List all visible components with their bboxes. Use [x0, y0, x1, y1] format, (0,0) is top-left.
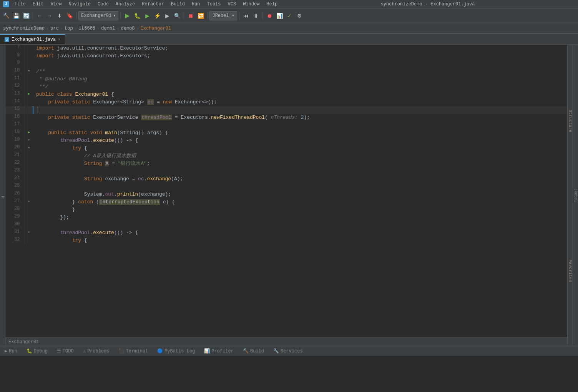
breadcrumb-demo8[interactable]: demo8 — [121, 26, 135, 31]
project-sidebar[interactable]: P — [0, 45, 5, 346]
fold-icon[interactable]: ▾ — [28, 230, 30, 234]
line-code[interactable]: threadPool.execute(() -> { — [33, 229, 567, 237]
menu-tools[interactable]: Tools — [204, 0, 224, 8]
line-code[interactable]: // A录入银行流水数据 — [33, 152, 567, 160]
bottom-tab-todo[interactable]: ☰ TODO — [52, 346, 78, 356]
structure-sidebar[interactable]: Structure — [567, 45, 573, 196]
run-coverage-btn[interactable]: ▶ — [143, 11, 152, 20]
project-label[interactable]: P — [0, 196, 5, 199]
menu-refactor[interactable]: Refactor — [139, 0, 167, 8]
breadcrumb-src[interactable]: src — [50, 26, 59, 31]
line-code[interactable]: threadPool.execute(() -> { — [33, 137, 567, 145]
breadcrumb-exchanger01[interactable]: Exchanger01 — [141, 26, 171, 31]
code-content[interactable]: 7 import java.util.concurrent.ExecutorSe… — [5, 45, 567, 337]
run-button[interactable]: ▶ — [123, 11, 132, 20]
bottom-tab-services[interactable]: 🔧 Services — [269, 346, 307, 356]
toolbar-history-btn[interactable]: ⬇ — [55, 11, 64, 20]
toolbar-back-btn[interactable]: ← — [35, 11, 44, 20]
line-code[interactable]: String A = "银行流水A"; — [33, 160, 567, 168]
toolbar-search-btn[interactable]: 🔍 — [173, 11, 182, 20]
line-code[interactable] — [33, 168, 567, 175]
line-code[interactable] — [33, 183, 567, 191]
line-code[interactable]: try { — [33, 145, 567, 152]
menu-run[interactable]: Run — [189, 0, 203, 8]
fold-icon[interactable]: ▾ — [28, 199, 30, 204]
debug-button[interactable]: 🐛 — [133, 11, 142, 20]
line-code[interactable] — [33, 121, 567, 129]
jrebel-sidebar[interactable]: JRebel — [573, 45, 578, 346]
breadcrumb-project[interactable]: synchronizeDemo — [3, 26, 45, 31]
toolbar-more-btn[interactable]: ▶ — [163, 11, 172, 20]
menu-code[interactable]: Code — [95, 0, 112, 8]
toolbar-suspend-btn[interactable]: ⏸ — [251, 11, 261, 20]
jrebel-dropdown[interactable]: JRebel ▾ — [209, 11, 237, 20]
line-code[interactable]: System.out.println(exchange); — [33, 191, 567, 198]
bottom-tab-mybatis[interactable]: 🔵 MyBatis Log — [153, 346, 199, 356]
line-code[interactable]: } — [33, 206, 567, 214]
toolbar-save-btn[interactable]: 💾 — [12, 11, 21, 20]
line-code[interactable]: │ — [33, 106, 567, 114]
terminal-tab-icon: ⬛ — [119, 348, 125, 354]
toolbar-stop-btn[interactable]: ⏹ — [186, 11, 195, 20]
bottom-tab-problems[interactable]: ⚠ Problems — [78, 346, 114, 356]
menu-navigate[interactable]: Navigate — [65, 0, 94, 8]
menu-edit[interactable]: Edit — [30, 0, 47, 8]
breadcrumb-top[interactable]: top — [65, 26, 73, 31]
run-icon[interactable]: ▶ — [28, 92, 30, 96]
table-row: 16 private static ExecutorService thread… — [5, 114, 567, 121]
run-icon[interactable]: ▶ — [28, 130, 30, 135]
fold-icon[interactable]: ▾ — [28, 69, 30, 73]
bottom-tab-terminal[interactable]: ⬛ Terminal — [114, 346, 153, 356]
menu-window[interactable]: Window — [240, 0, 262, 8]
toolbar-record-btn[interactable]: ⏺ — [265, 11, 274, 20]
toolbar-check-btn[interactable]: ✓ — [285, 11, 294, 20]
line-code[interactable]: import java.util.concurrent.Executors; — [33, 52, 567, 60]
line-code[interactable]: } catch (InterruptedException e) { — [33, 198, 567, 206]
favorites-sidebar[interactable]: Favorites — [567, 196, 573, 346]
line-code[interactable]: **/ — [33, 83, 567, 91]
toolbar-sync-btn[interactable]: 🔄 — [22, 11, 31, 20]
jrebel-label[interactable]: JRebel — [573, 188, 578, 202]
bottom-tab-profiler[interactable]: 📊 Profiler — [199, 346, 238, 356]
line-code[interactable]: * @author BNTang — [33, 75, 567, 83]
line-code[interactable] — [33, 221, 567, 229]
bottom-tab-debug[interactable]: 🐛 Debug — [22, 346, 52, 356]
line-code[interactable]: private static ExecutorService threadPoo… — [33, 114, 567, 121]
breadcrumb-demo1[interactable]: demo1 — [101, 26, 115, 31]
toolbar-build-btn[interactable]: 🔨 — [2, 11, 11, 20]
line-code[interactable]: private static Exchanger<String> ec = ne… — [33, 98, 567, 106]
toolbar-coverage-btn[interactable]: 📊 — [275, 11, 284, 20]
fold-icon[interactable]: ▾ — [28, 138, 30, 142]
menu-build[interactable]: Build — [168, 0, 188, 8]
line-code[interactable]: import java.util.concurrent.ExecutorServ… — [33, 45, 567, 52]
menu-vcs[interactable]: VCS — [225, 0, 239, 8]
run-config-dropdown[interactable]: Exchanger01 ▾ — [78, 11, 118, 20]
toolbar-translate-btn[interactable]: ⚙ — [295, 11, 304, 20]
line-code[interactable]: String exchange = ec.exchange(A); — [33, 175, 567, 183]
profile-btn[interactable]: ⚡ — [153, 11, 162, 20]
menu-bar[interactable]: File Edit View Navigate Code Analyze Ref… — [12, 0, 281, 8]
line-code[interactable]: public class Exchanger01 { — [33, 91, 567, 98]
line-code[interactable] — [33, 60, 567, 68]
tab-close-btn[interactable]: × — [58, 38, 60, 42]
line-gutter: ▾ — [25, 68, 33, 75]
menu-analyze[interactable]: Analyze — [113, 0, 138, 8]
toolbar-forward-btn[interactable]: → — [45, 11, 54, 20]
toolbar-back2-btn[interactable]: ⏮ — [241, 11, 251, 20]
bottom-tab-run[interactable]: ▶ Run — [0, 346, 22, 356]
menu-view[interactable]: View — [48, 0, 65, 8]
toolbar-restart-btn[interactable]: 🔁 — [196, 11, 205, 20]
table-row: 24 String exchange = ec.exchange(A); — [5, 175, 567, 183]
line-code[interactable]: try { — [33, 237, 567, 244]
table-row: 29 }); — [5, 214, 567, 221]
toolbar-bookmark-btn[interactable]: 🔖 — [65, 11, 74, 20]
bottom-tab-build[interactable]: 🔨 Build — [238, 346, 269, 356]
tab-exchanger01[interactable]: J Exchanger01.java × — [0, 34, 65, 44]
line-code[interactable]: }); — [33, 214, 567, 221]
menu-help[interactable]: Help — [263, 0, 281, 8]
breadcrumb-it6666[interactable]: it6666 — [79, 26, 95, 31]
menu-file[interactable]: File — [12, 0, 29, 8]
fold-icon[interactable]: ▾ — [28, 146, 30, 150]
line-code[interactable]: /** — [33, 68, 567, 75]
line-code[interactable]: public static void main(String[] args) { — [33, 129, 567, 137]
